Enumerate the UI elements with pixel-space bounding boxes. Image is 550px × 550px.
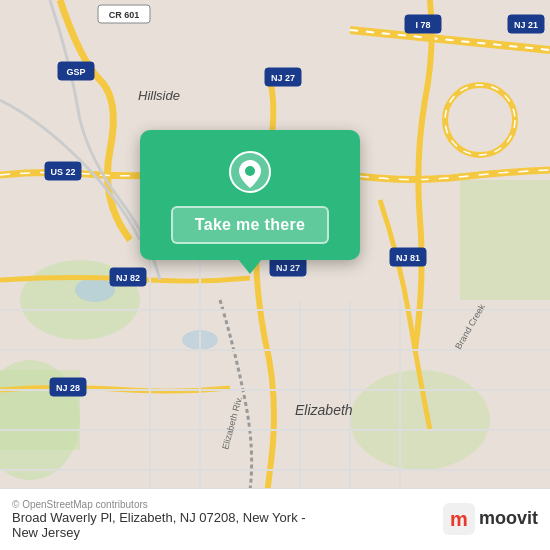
osm-credit: © OpenStreetMap contributors [12,499,306,510]
svg-text:NJ 21: NJ 21 [514,20,538,30]
svg-text:NJ 81: NJ 81 [396,253,420,263]
svg-text:I 78: I 78 [415,20,430,30]
svg-text:Elizabeth: Elizabeth [295,402,353,418]
svg-text:NJ 27: NJ 27 [276,263,300,273]
svg-text:NJ 27: NJ 27 [271,73,295,83]
svg-rect-3 [460,180,550,300]
map-background: CR 601 I 78 GSP US 22 US 22 NJ 27 NJ 27 [0,0,550,550]
svg-text:NJ 28: NJ 28 [56,383,80,393]
location-pin-icon [228,150,272,194]
svg-text:Hillside: Hillside [138,88,180,103]
bottom-bar-info: © OpenStreetMap contributors Broad Waver… [12,497,306,540]
svg-text:NJ 82: NJ 82 [116,273,140,283]
take-me-there-button[interactable]: Take me there [171,206,329,244]
moovit-logo: m moovit [443,503,538,535]
moovit-icon: m [443,503,475,535]
svg-text:m: m [450,508,468,530]
moovit-brand-name: moovit [479,508,538,529]
address-text: Broad Waverly Pl, Elizabeth, NJ 07208, N… [12,510,306,540]
svg-point-47 [245,166,255,176]
svg-text:GSP: GSP [66,67,85,77]
svg-point-6 [75,278,115,302]
bottom-bar: © OpenStreetMap contributors Broad Waver… [0,488,550,550]
map-container: CR 601 I 78 GSP US 22 US 22 NJ 27 NJ 27 [0,0,550,550]
svg-text:CR 601: CR 601 [109,10,140,20]
svg-text:US 22: US 22 [50,167,75,177]
popup-card: Take me there [140,130,360,260]
